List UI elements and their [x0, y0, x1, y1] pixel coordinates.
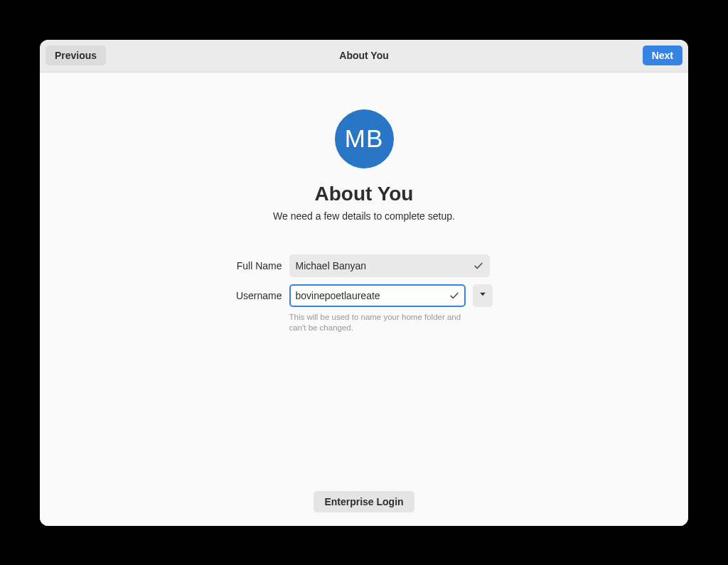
username-input-wrap	[289, 284, 466, 307]
page-subtitle: We need a few details to complete setup.	[273, 210, 455, 222]
header-bar: Previous About You Next	[40, 40, 688, 72]
fullname-input[interactable]	[289, 254, 490, 277]
avatar-initials: MB	[345, 124, 384, 153]
footer: Enterprise Login	[40, 491, 688, 512]
fullname-label: Full Name	[236, 260, 282, 271]
next-button[interactable]: Next	[643, 45, 682, 65]
username-label: Username	[236, 290, 282, 301]
previous-button[interactable]: Previous	[46, 45, 106, 65]
enterprise-login-button[interactable]: Enterprise Login	[314, 491, 414, 512]
username-input[interactable]	[289, 284, 466, 307]
page-title: About You	[315, 183, 414, 205]
header-title: About You	[40, 50, 688, 61]
check-icon	[449, 291, 459, 301]
check-icon	[473, 261, 483, 271]
username-row: Username	[236, 284, 493, 307]
avatar: MB	[335, 109, 394, 168]
content-area: MB About You We need a few details to co…	[40, 72, 688, 526]
fullname-row: Full Name	[236, 254, 493, 277]
fullname-input-wrap	[289, 254, 490, 277]
username-help-text: This will be used to name your home fold…	[289, 312, 466, 334]
chevron-down-icon	[478, 290, 487, 301]
username-dropdown-button[interactable]	[473, 284, 493, 307]
form: Full Name Username	[236, 254, 493, 334]
setup-window: Previous About You Next MB About You We …	[40, 40, 688, 526]
